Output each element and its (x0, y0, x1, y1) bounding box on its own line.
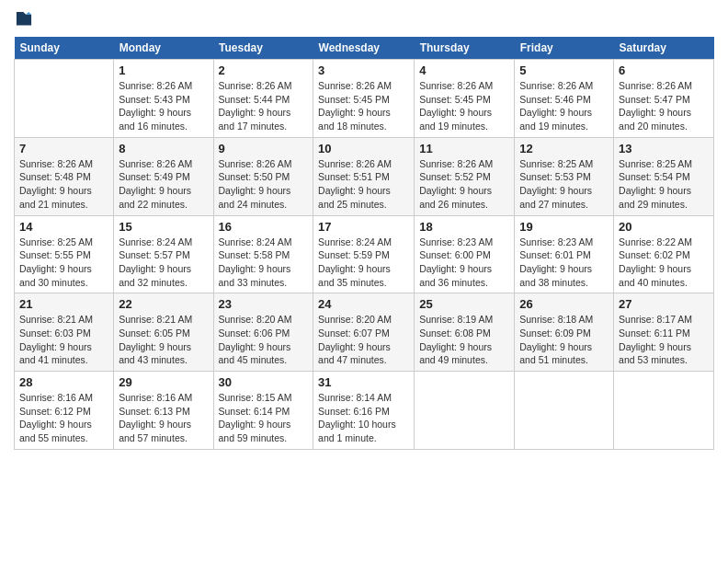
day-number: 29 (119, 375, 208, 389)
day-info: Sunrise: 8:25 AMSunset: 5:53 PMDaylight:… (519, 157, 609, 212)
day-number: 8 (119, 142, 208, 155)
calendar-cell: 14Sunrise: 8:25 AMSunset: 5:55 PMDayligh… (15, 215, 114, 293)
day-info: Sunrise: 8:26 AMSunset: 5:43 PMDaylight:… (119, 79, 208, 133)
day-info: Sunrise: 8:25 AMSunset: 5:55 PMDaylight:… (19, 236, 108, 290)
calendar-week-row: 7Sunrise: 8:26 AMSunset: 5:48 PMDaylight… (15, 137, 714, 215)
day-header-sunday: Sunday (15, 37, 114, 60)
day-number: 6 (619, 63, 709, 77)
calendar-week-row: 21Sunrise: 8:21 AMSunset: 6:03 PMDayligh… (15, 293, 714, 372)
day-info: Sunrise: 8:26 AMSunset: 5:49 PMDaylight:… (119, 157, 208, 212)
calendar-cell: 29Sunrise: 8:16 AMSunset: 6:13 PMDayligh… (114, 372, 213, 450)
day-number: 24 (318, 297, 409, 311)
calendar-cell: 7Sunrise: 8:26 AMSunset: 5:48 PMDaylight… (15, 137, 114, 215)
calendar-cell (415, 372, 515, 450)
day-info: Sunrise: 8:17 AMSunset: 6:11 PMDaylight:… (619, 313, 709, 367)
day-number: 4 (419, 63, 509, 77)
calendar-cell: 22Sunrise: 8:21 AMSunset: 6:05 PMDayligh… (114, 293, 213, 372)
day-info: Sunrise: 8:25 AMSunset: 5:54 PMDaylight:… (619, 157, 709, 212)
day-info: Sunrise: 8:23 AMSunset: 6:00 PMDaylight:… (419, 236, 509, 290)
day-number: 3 (318, 63, 409, 77)
day-number: 30 (219, 375, 309, 389)
calendar-week-row: 28Sunrise: 8:16 AMSunset: 6:12 PMDayligh… (15, 372, 714, 450)
day-number: 7 (19, 142, 108, 155)
day-number: 12 (519, 142, 609, 155)
calendar-cell: 9Sunrise: 8:26 AMSunset: 5:50 PMDaylight… (213, 137, 313, 215)
calendar-cell: 12Sunrise: 8:25 AMSunset: 5:53 PMDayligh… (515, 137, 614, 215)
calendar-header-row: SundayMondayTuesdayWednesdayThursdayFrid… (15, 37, 714, 60)
calendar-cell: 23Sunrise: 8:20 AMSunset: 6:06 PMDayligh… (213, 293, 313, 372)
calendar-cell: 26Sunrise: 8:18 AMSunset: 6:09 PMDayligh… (515, 293, 614, 372)
calendar-cell: 24Sunrise: 8:20 AMSunset: 6:07 PMDayligh… (313, 293, 415, 372)
calendar-cell: 11Sunrise: 8:26 AMSunset: 5:52 PMDayligh… (415, 137, 515, 215)
calendar-cell: 3Sunrise: 8:26 AMSunset: 5:45 PMDaylight… (313, 60, 415, 138)
day-number: 10 (318, 142, 409, 155)
day-info: Sunrise: 8:16 AMSunset: 6:12 PMDaylight:… (19, 391, 108, 445)
day-header-wednesday: Wednesday (313, 37, 415, 60)
day-info: Sunrise: 8:21 AMSunset: 6:05 PMDaylight:… (119, 313, 208, 367)
calendar-cell: 19Sunrise: 8:23 AMSunset: 6:01 PMDayligh… (515, 215, 614, 293)
day-info: Sunrise: 8:26 AMSunset: 5:44 PMDaylight:… (219, 79, 309, 133)
calendar-week-row: 14Sunrise: 8:25 AMSunset: 5:55 PMDayligh… (15, 215, 714, 293)
day-number: 28 (19, 375, 108, 389)
day-number: 20 (619, 220, 709, 234)
calendar-cell: 21Sunrise: 8:21 AMSunset: 6:03 PMDayligh… (15, 293, 114, 372)
day-info: Sunrise: 8:26 AMSunset: 5:45 PMDaylight:… (318, 79, 409, 133)
day-info: Sunrise: 8:16 AMSunset: 6:13 PMDaylight:… (119, 391, 208, 445)
day-number: 9 (219, 142, 309, 155)
day-number: 14 (19, 220, 108, 234)
day-header-friday: Friday (515, 37, 614, 60)
day-number: 17 (318, 220, 409, 234)
svg-marker-1 (26, 12, 31, 15)
day-number: 23 (219, 297, 309, 311)
calendar-cell: 17Sunrise: 8:24 AMSunset: 5:59 PMDayligh… (313, 215, 415, 293)
day-info: Sunrise: 8:26 AMSunset: 5:45 PMDaylight:… (419, 79, 509, 133)
calendar-cell (515, 372, 614, 450)
day-info: Sunrise: 8:14 AMSunset: 6:16 PMDaylight:… (318, 391, 409, 445)
calendar-week-row: 1Sunrise: 8:26 AMSunset: 5:43 PMDaylight… (15, 60, 714, 138)
calendar-cell: 18Sunrise: 8:23 AMSunset: 6:00 PMDayligh… (415, 215, 515, 293)
calendar-cell: 4Sunrise: 8:26 AMSunset: 5:45 PMDaylight… (415, 60, 515, 138)
day-header-tuesday: Tuesday (213, 37, 313, 60)
day-number: 31 (318, 375, 409, 389)
day-header-saturday: Saturday (614, 37, 714, 60)
calendar-cell: 25Sunrise: 8:19 AMSunset: 6:08 PMDayligh… (415, 293, 515, 372)
day-info: Sunrise: 8:18 AMSunset: 6:09 PMDaylight:… (519, 313, 609, 367)
calendar-cell: 27Sunrise: 8:17 AMSunset: 6:11 PMDayligh… (614, 293, 714, 372)
day-number: 26 (519, 297, 609, 311)
calendar-cell: 15Sunrise: 8:24 AMSunset: 5:57 PMDayligh… (114, 215, 213, 293)
calendar-cell: 2Sunrise: 8:26 AMSunset: 5:44 PMDaylight… (213, 60, 313, 138)
calendar-cell (15, 60, 114, 138)
day-number: 1 (119, 63, 208, 77)
day-info: Sunrise: 8:24 AMSunset: 5:58 PMDaylight:… (219, 236, 309, 290)
calendar-cell: 8Sunrise: 8:26 AMSunset: 5:49 PMDaylight… (114, 137, 213, 215)
day-header-thursday: Thursday (415, 37, 515, 60)
day-info: Sunrise: 8:20 AMSunset: 6:06 PMDaylight:… (219, 313, 309, 367)
day-info: Sunrise: 8:19 AMSunset: 6:08 PMDaylight:… (419, 313, 509, 367)
day-number: 16 (219, 220, 309, 234)
day-info: Sunrise: 8:26 AMSunset: 5:50 PMDaylight:… (219, 157, 309, 212)
day-info: Sunrise: 8:26 AMSunset: 5:52 PMDaylight:… (419, 157, 509, 212)
day-number: 21 (19, 297, 108, 311)
day-info: Sunrise: 8:22 AMSunset: 6:02 PMDaylight:… (619, 236, 709, 290)
calendar-cell: 28Sunrise: 8:16 AMSunset: 6:12 PMDayligh… (15, 372, 114, 450)
day-info: Sunrise: 8:24 AMSunset: 5:59 PMDaylight:… (318, 236, 409, 290)
day-info: Sunrise: 8:20 AMSunset: 6:07 PMDaylight:… (318, 313, 409, 367)
day-info: Sunrise: 8:26 AMSunset: 5:48 PMDaylight:… (19, 157, 108, 212)
day-info: Sunrise: 8:15 AMSunset: 6:14 PMDaylight:… (219, 391, 309, 445)
calendar-cell: 30Sunrise: 8:15 AMSunset: 6:14 PMDayligh… (213, 372, 313, 450)
day-number: 25 (419, 297, 509, 311)
day-number: 5 (519, 63, 609, 77)
logo (14, 9, 36, 29)
calendar-cell: 5Sunrise: 8:26 AMSunset: 5:46 PMDaylight… (515, 60, 614, 138)
day-info: Sunrise: 8:23 AMSunset: 6:01 PMDaylight:… (519, 236, 609, 290)
day-header-monday: Monday (114, 37, 213, 60)
calendar-cell: 16Sunrise: 8:24 AMSunset: 5:58 PMDayligh… (213, 215, 313, 293)
logo-icon (14, 9, 34, 29)
calendar-cell: 6Sunrise: 8:26 AMSunset: 5:47 PMDaylight… (614, 60, 714, 138)
calendar-cell: 13Sunrise: 8:25 AMSunset: 5:54 PMDayligh… (614, 137, 714, 215)
calendar-cell (614, 372, 714, 450)
calendar-cell: 31Sunrise: 8:14 AMSunset: 6:16 PMDayligh… (313, 372, 415, 450)
day-number: 13 (619, 142, 709, 155)
day-info: Sunrise: 8:24 AMSunset: 5:57 PMDaylight:… (119, 236, 208, 290)
day-number: 18 (419, 220, 509, 234)
